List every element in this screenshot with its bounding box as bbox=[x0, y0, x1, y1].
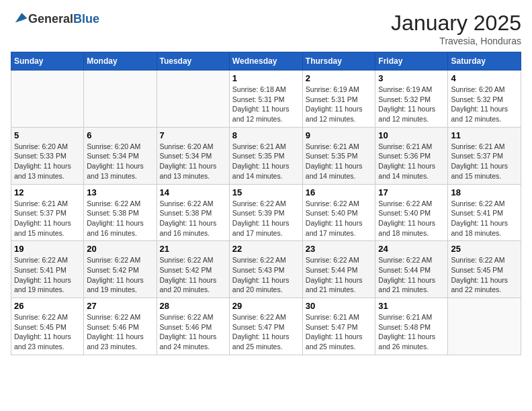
calendar-cell-w3-d1: 12Sunrise: 6:21 AM Sunset: 5:37 PM Dayli… bbox=[11, 184, 84, 241]
calendar-cell-w2-d3: 7Sunrise: 6:20 AM Sunset: 5:34 PM Daylig… bbox=[157, 127, 229, 184]
day-number: 2 bbox=[306, 73, 373, 83]
header-tuesday: Tuesday bbox=[157, 52, 229, 71]
day-number: 7 bbox=[160, 130, 226, 140]
calendar-cell-w4-d2: 20Sunrise: 6:22 AM Sunset: 5:42 PM Dayli… bbox=[84, 241, 157, 298]
calendar-cell-w1-d3 bbox=[157, 71, 229, 128]
day-number: 11 bbox=[451, 130, 518, 140]
calendar-week-4: 19Sunrise: 6:22 AM Sunset: 5:41 PM Dayli… bbox=[11, 241, 521, 298]
day-number: 24 bbox=[378, 244, 445, 254]
day-info: Sunrise: 6:21 AM Sunset: 5:48 PM Dayligh… bbox=[378, 312, 445, 352]
day-number: 29 bbox=[232, 301, 300, 311]
day-number: 19 bbox=[14, 244, 81, 254]
day-number: 27 bbox=[87, 301, 153, 311]
calendar-cell-w3-d2: 13Sunrise: 6:22 AM Sunset: 5:38 PM Dayli… bbox=[84, 184, 157, 241]
day-number: 5 bbox=[14, 130, 81, 140]
day-info: Sunrise: 6:22 AM Sunset: 5:46 PM Dayligh… bbox=[87, 312, 153, 352]
calendar-cell-w2-d2: 6Sunrise: 6:20 AM Sunset: 5:34 PM Daylig… bbox=[84, 127, 157, 184]
calendar-cell-w3-d5: 16Sunrise: 6:22 AM Sunset: 5:40 PM Dayli… bbox=[302, 184, 375, 241]
day-info: Sunrise: 6:22 AM Sunset: 5:42 PM Dayligh… bbox=[87, 255, 153, 295]
calendar-cell-w3-d3: 14Sunrise: 6:22 AM Sunset: 5:38 PM Dayli… bbox=[157, 184, 229, 241]
calendar-week-2: 5Sunrise: 6:20 AM Sunset: 5:33 PM Daylig… bbox=[11, 127, 521, 184]
calendar-cell-w1-d6: 3Sunrise: 6:19 AM Sunset: 5:32 PM Daylig… bbox=[375, 71, 448, 128]
calendar-cell-w3-d4: 15Sunrise: 6:22 AM Sunset: 5:39 PM Dayli… bbox=[229, 184, 302, 241]
header-thursday: Thursday bbox=[302, 52, 375, 71]
calendar-cell-w2-d4: 8Sunrise: 6:21 AM Sunset: 5:35 PM Daylig… bbox=[229, 127, 302, 184]
month-title: January 2025 bbox=[391, 11, 521, 36]
calendar-cell-w4-d3: 21Sunrise: 6:22 AM Sunset: 5:42 PM Dayli… bbox=[157, 241, 229, 298]
day-number: 14 bbox=[160, 187, 226, 197]
day-info: Sunrise: 6:22 AM Sunset: 5:45 PM Dayligh… bbox=[14, 312, 81, 352]
logo-text-blue: Blue bbox=[73, 12, 99, 26]
calendar-week-1: 1Sunrise: 6:18 AM Sunset: 5:31 PM Daylig… bbox=[11, 71, 521, 128]
calendar-cell-w5-d6: 31Sunrise: 6:21 AM Sunset: 5:48 PM Dayli… bbox=[375, 298, 448, 355]
calendar-cell-w2-d7: 11Sunrise: 6:21 AM Sunset: 5:37 PM Dayli… bbox=[448, 127, 521, 184]
calendar-cell-w1-d2 bbox=[84, 71, 157, 128]
location-subtitle: Travesia, Honduras bbox=[391, 36, 521, 46]
day-number: 13 bbox=[87, 187, 153, 197]
header-monday: Monday bbox=[84, 52, 157, 71]
day-number: 10 bbox=[378, 130, 445, 140]
calendar-cell-w5-d7 bbox=[448, 298, 521, 355]
day-info: Sunrise: 6:20 AM Sunset: 5:32 PM Dayligh… bbox=[451, 85, 518, 124]
calendar-cell-w4-d5: 23Sunrise: 6:22 AM Sunset: 5:44 PM Dayli… bbox=[302, 241, 375, 298]
day-info: Sunrise: 6:20 AM Sunset: 5:33 PM Dayligh… bbox=[14, 142, 81, 181]
day-number: 16 bbox=[306, 187, 373, 197]
day-number: 28 bbox=[160, 301, 226, 311]
calendar-cell-w1-d1 bbox=[11, 71, 84, 128]
day-info: Sunrise: 6:21 AM Sunset: 5:35 PM Dayligh… bbox=[306, 142, 373, 181]
day-number: 20 bbox=[87, 244, 153, 254]
day-number: 21 bbox=[160, 244, 226, 254]
day-info: Sunrise: 6:22 AM Sunset: 5:45 PM Dayligh… bbox=[451, 255, 518, 295]
calendar-cell-w5-d3: 28Sunrise: 6:22 AM Sunset: 5:46 PM Dayli… bbox=[157, 298, 229, 355]
day-info: Sunrise: 6:22 AM Sunset: 5:38 PM Dayligh… bbox=[160, 199, 226, 238]
calendar-week-5: 26Sunrise: 6:22 AM Sunset: 5:45 PM Dayli… bbox=[11, 298, 521, 355]
calendar-cell-w1-d4: 1Sunrise: 6:18 AM Sunset: 5:31 PM Daylig… bbox=[229, 71, 302, 128]
day-info: Sunrise: 6:22 AM Sunset: 5:41 PM Dayligh… bbox=[14, 255, 81, 295]
day-info: Sunrise: 6:22 AM Sunset: 5:40 PM Dayligh… bbox=[306, 199, 373, 238]
day-number: 18 bbox=[451, 187, 518, 197]
calendar-cell-w3-d6: 17Sunrise: 6:22 AM Sunset: 5:40 PM Dayli… bbox=[375, 184, 448, 241]
day-number: 31 bbox=[378, 301, 445, 311]
day-info: Sunrise: 6:21 AM Sunset: 5:47 PM Dayligh… bbox=[306, 312, 373, 352]
day-info: Sunrise: 6:21 AM Sunset: 5:37 PM Dayligh… bbox=[14, 199, 81, 238]
day-info: Sunrise: 6:18 AM Sunset: 5:31 PM Dayligh… bbox=[232, 85, 300, 124]
day-info: Sunrise: 6:21 AM Sunset: 5:36 PM Dayligh… bbox=[378, 142, 445, 181]
day-info: Sunrise: 6:19 AM Sunset: 5:31 PM Dayligh… bbox=[306, 85, 373, 124]
day-info: Sunrise: 6:21 AM Sunset: 5:35 PM Dayligh… bbox=[232, 142, 300, 181]
day-number: 23 bbox=[306, 244, 373, 254]
day-info: Sunrise: 6:22 AM Sunset: 5:46 PM Dayligh… bbox=[160, 312, 226, 352]
day-info: Sunrise: 6:22 AM Sunset: 5:41 PM Dayligh… bbox=[451, 199, 518, 238]
header-friday: Friday bbox=[375, 52, 448, 71]
day-info: Sunrise: 6:22 AM Sunset: 5:42 PM Dayligh… bbox=[160, 255, 226, 295]
day-info: Sunrise: 6:20 AM Sunset: 5:34 PM Dayligh… bbox=[87, 142, 153, 181]
calendar-cell-w2-d1: 5Sunrise: 6:20 AM Sunset: 5:33 PM Daylig… bbox=[11, 127, 84, 184]
calendar-cell-w4-d1: 19Sunrise: 6:22 AM Sunset: 5:41 PM Dayli… bbox=[11, 241, 84, 298]
day-number: 4 bbox=[451, 73, 518, 83]
day-number: 1 bbox=[232, 73, 300, 83]
calendar-header-row: Sunday Monday Tuesday Wednesday Thursday… bbox=[11, 52, 521, 71]
calendar-cell-w3-d7: 18Sunrise: 6:22 AM Sunset: 5:41 PM Dayli… bbox=[448, 184, 521, 241]
day-number: 22 bbox=[232, 244, 300, 254]
calendar-cell-w4-d7: 25Sunrise: 6:22 AM Sunset: 5:45 PM Dayli… bbox=[448, 241, 521, 298]
day-info: Sunrise: 6:22 AM Sunset: 5:44 PM Dayligh… bbox=[378, 255, 445, 295]
calendar-cell-w5-d1: 26Sunrise: 6:22 AM Sunset: 5:45 PM Dayli… bbox=[11, 298, 84, 355]
calendar-cell-w2-d5: 9Sunrise: 6:21 AM Sunset: 5:35 PM Daylig… bbox=[302, 127, 375, 184]
day-number: 8 bbox=[232, 130, 300, 140]
logo-icon bbox=[12, 11, 28, 27]
calendar-cell-w5-d4: 29Sunrise: 6:22 AM Sunset: 5:47 PM Dayli… bbox=[229, 298, 302, 355]
calendar-week-3: 12Sunrise: 6:21 AM Sunset: 5:37 PM Dayli… bbox=[11, 184, 521, 241]
header-saturday: Saturday bbox=[448, 52, 521, 71]
day-number: 17 bbox=[378, 187, 445, 197]
page-header: GeneralBlue January 2025 Travesia, Hondu… bbox=[11, 11, 521, 46]
header-wednesday: Wednesday bbox=[229, 52, 302, 71]
day-number: 6 bbox=[87, 130, 153, 140]
day-info: Sunrise: 6:22 AM Sunset: 5:38 PM Dayligh… bbox=[87, 199, 153, 238]
day-number: 30 bbox=[306, 301, 373, 311]
calendar-cell-w1-d7: 4Sunrise: 6:20 AM Sunset: 5:32 PM Daylig… bbox=[448, 71, 521, 128]
day-info: Sunrise: 6:22 AM Sunset: 5:43 PM Dayligh… bbox=[232, 255, 300, 295]
day-number: 9 bbox=[306, 130, 373, 140]
header-sunday: Sunday bbox=[11, 52, 84, 71]
day-info: Sunrise: 6:22 AM Sunset: 5:39 PM Dayligh… bbox=[232, 199, 300, 238]
calendar-cell-w4-d4: 22Sunrise: 6:22 AM Sunset: 5:43 PM Dayli… bbox=[229, 241, 302, 298]
calendar-cell-w5-d5: 30Sunrise: 6:21 AM Sunset: 5:47 PM Dayli… bbox=[302, 298, 375, 355]
